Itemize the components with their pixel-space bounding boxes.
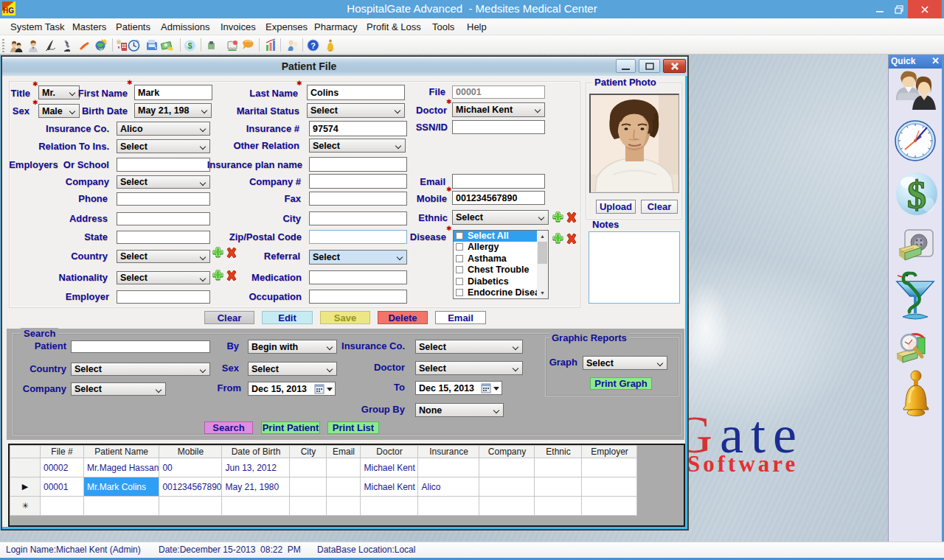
svg-text:$: $ <box>187 41 192 50</box>
svg-text:?: ? <box>310 41 316 50</box>
svg-text:$: $ <box>907 174 926 216</box>
